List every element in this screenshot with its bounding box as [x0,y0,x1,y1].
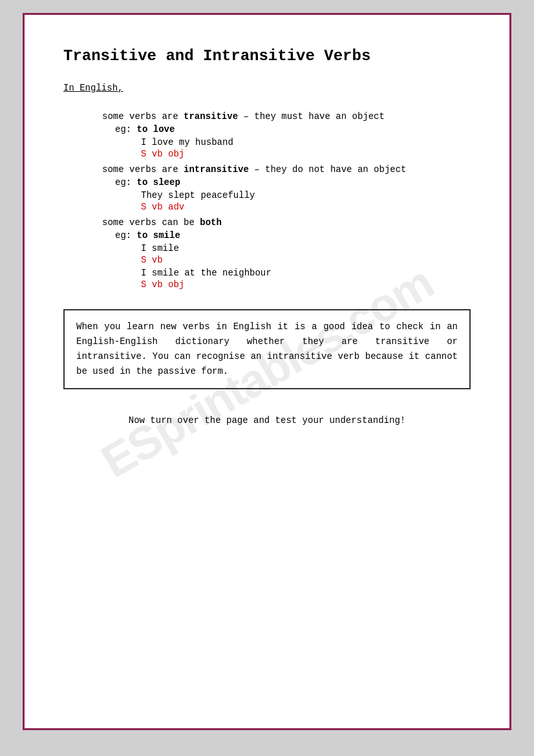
both-bold: both [200,217,222,228]
both-section: some verbs can be both eg: to smile I sm… [102,217,471,290]
both-example2: I smile at the neighbour [141,268,471,278]
both-labels2: S vb obj [141,279,471,290]
bottom-text: Now turn over the page and test your und… [63,415,471,426]
both-eg: eg: to smile [115,230,471,241]
transitive-eg-bold: to love [137,124,175,135]
both-description: some verbs can be both [102,217,471,228]
intransitive-prefix: some verbs are [102,164,184,175]
transitive-section: some verbs are transitive – they must ha… [102,111,471,159]
intransitive-description: some verbs are intransitive – they do no… [102,164,471,175]
transitive-bold: transitive [184,111,238,122]
intransitive-labels: S vb adv [141,202,471,212]
content: Transitive and Intransitive Verbs In Eng… [63,47,471,426]
intro-text: In English, [63,83,471,93]
page-title: Transitive and Intransitive Verbs [63,47,471,65]
intro-underlined: English, [80,83,123,93]
intransitive-section: some verbs are intransitive – they do no… [102,164,471,212]
both-prefix: some verbs can be [102,217,200,228]
info-box: When you learn new verbs in English it i… [63,309,471,389]
both-example1: I smile [141,243,471,254]
intransitive-eg-bold: to sleep [137,177,180,188]
both-eg-bold: to smile [137,230,180,241]
both-labels1: S vb [141,255,471,265]
intro-prefix: In [63,83,80,93]
transitive-labels: S vb obj [141,149,471,159]
transitive-prefix: some verbs are [102,111,184,122]
transitive-eg: eg: to love [115,124,471,135]
intransitive-suffix: – they do not have an object [249,164,407,175]
transitive-description: some verbs are transitive – they must ha… [102,111,471,122]
transitive-example: I love my husband [141,137,471,147]
page: ESprintables.com Transitive and Intransi… [23,13,511,730]
intransitive-eg: eg: to sleep [115,177,471,188]
intransitive-bold: intransitive [184,164,249,175]
intransitive-example: They slept peacefully [141,190,471,200]
transitive-suffix: – they must have an object [238,111,385,122]
